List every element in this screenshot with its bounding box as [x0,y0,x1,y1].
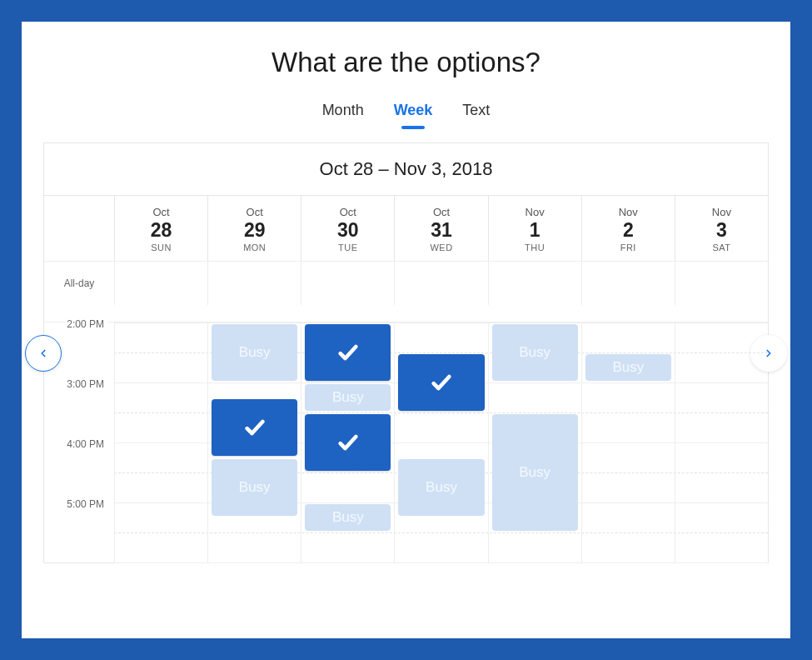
allday-cell[interactable] [114,262,207,305]
busy-event[interactable]: Busy [212,324,297,381]
allday-cell[interactable] [207,262,301,305]
day-weekday: SAT [675,242,768,252]
day-column[interactable] [114,322,207,562]
allday-cell[interactable] [394,262,487,305]
time-label: 2:00 PM [44,322,114,382]
day-column[interactable]: Busy [394,322,487,562]
day-header[interactable]: Oct28SUN [114,196,207,261]
day-weekday: MON [208,242,301,252]
busy-event[interactable]: Busy [212,459,297,516]
day-header-row: Oct28SUNOct29MONOct30TUEOct31WEDNov1THUN… [44,196,768,261]
day-column[interactable]: BusyBusy [301,322,394,562]
selected-slot[interactable] [398,354,484,411]
busy-event[interactable]: Busy [305,504,391,531]
day-weekday: THU [489,242,581,252]
time-label: 4:00 PM [44,442,114,502]
allday-cell[interactable] [675,262,768,305]
allday-label: All-day [44,262,114,305]
day-month: Nov [582,206,675,218]
day-column[interactable]: BusyBusy [488,322,581,562]
day-number: 2 [582,219,675,242]
date-range-label: Oct 28 – Nov 3, 2018 [320,158,493,179]
day-weekday: WED [395,242,487,252]
check-icon [336,341,360,364]
day-header[interactable]: Nov2FRI [581,196,675,261]
day-month: Oct [395,206,487,218]
time-label-column: 2:00 PM3:00 PM4:00 PM5:00 PM [44,322,114,562]
allday-cell[interactable] [581,262,675,305]
tab-week[interactable]: Week [394,102,433,124]
time-gutter-head [44,196,114,261]
day-number: 1 [489,219,581,242]
check-icon [430,371,453,394]
tab-month[interactable]: Month [322,102,364,124]
day-weekday: FRI [582,242,675,252]
calendar-card: What are the options? MonthWeekText Oct … [22,22,790,638]
view-tabs: MonthWeekText [22,102,790,124]
busy-event[interactable]: Busy [585,354,671,381]
day-month: Oct [208,206,301,218]
selected-slot[interactable] [212,399,297,456]
day-column[interactable]: BusyBusy [207,322,301,562]
selected-slot[interactable] [305,324,391,381]
busy-event[interactable]: Busy [492,324,578,381]
day-weekday: SUN [115,242,207,252]
day-weekday: TUE [301,242,394,252]
check-icon [243,416,267,439]
allday-row: All-day [44,261,768,305]
day-header[interactable]: Nov3SAT [675,196,768,261]
time-label: 5:00 PM [44,502,114,562]
selected-slot[interactable] [305,414,391,471]
allday-cell[interactable] [301,262,394,305]
check-icon [336,431,360,454]
date-range-row: Oct 28 – Nov 3, 2018 [44,143,768,196]
day-column[interactable] [675,322,768,562]
day-month: Nov [675,206,768,218]
time-grid: 2:00 PM3:00 PM4:00 PM5:00 PM BusyBusyBus… [44,322,768,562]
busy-event[interactable]: Busy [398,459,484,516]
day-header[interactable]: Oct31WED [394,196,487,261]
hour-gridline [114,562,768,563]
time-label: 3:00 PM [44,382,114,442]
day-number: 28 [115,219,207,242]
calendar: Oct 28 – Nov 3, 2018 Oct28SUNOct29MONOct… [43,142,769,563]
day-month: Oct [301,206,394,218]
day-column[interactable]: Busy [581,322,675,562]
calendar-container: Oct 28 – Nov 3, 2018 Oct28SUNOct29MONOct… [43,142,769,563]
day-number: 29 [208,219,301,242]
day-header[interactable]: Oct30TUE [301,196,394,261]
tab-text[interactable]: Text [462,102,490,124]
day-month: Oct [115,206,207,218]
page-title: What are the options? [22,47,790,78]
spacer [44,305,768,322]
slots-grid[interactable]: BusyBusyBusyBusyBusyBusyBusyBusy [114,322,768,562]
day-header[interactable]: Oct29MON [207,196,301,261]
allday-cell[interactable] [488,262,581,305]
day-header[interactable]: Nov1THU [488,196,581,261]
day-number: 30 [301,219,394,242]
busy-event[interactable]: Busy [305,384,391,411]
day-number: 31 [395,219,487,242]
day-number: 3 [675,219,768,242]
day-month: Nov [489,206,581,218]
busy-event[interactable]: Busy [492,414,578,531]
